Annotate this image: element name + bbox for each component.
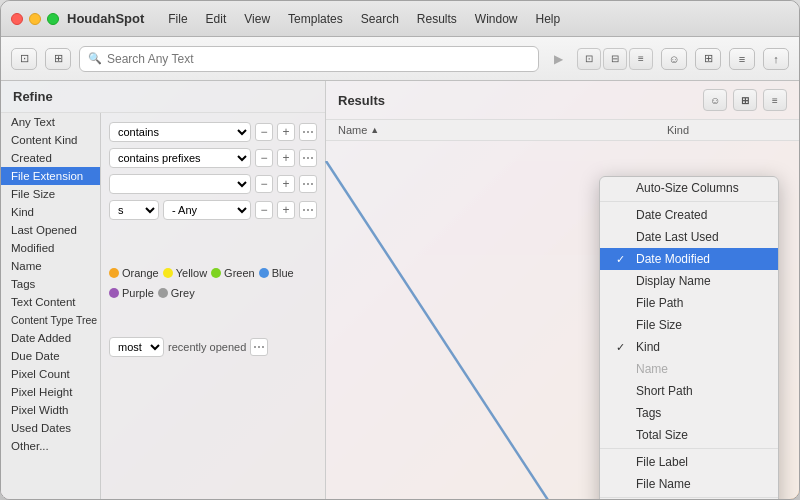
close-button[interactable]: [11, 13, 23, 25]
refine-item-content-type-tree[interactable]: Content Type Tree: [1, 311, 100, 329]
spacer-3: [101, 303, 325, 333]
color-grey[interactable]: Grey: [158, 287, 195, 299]
refine-item-file-extension[interactable]: File Extension: [1, 167, 100, 185]
orange-dot: [109, 268, 119, 278]
th-name[interactable]: Name ▲: [338, 124, 667, 136]
filter-more-1[interactable]: ⋯: [299, 123, 317, 141]
refine-item-last-opened[interactable]: Last Opened: [1, 221, 100, 239]
last-select-most[interactable]: most: [109, 337, 164, 357]
refine-item-tags[interactable]: Tags: [1, 275, 100, 293]
ctx-file-size[interactable]: File Size: [600, 314, 778, 336]
filter-select-2[interactable]: contains prefixes: [109, 148, 251, 168]
yellow-label: Yellow: [176, 267, 207, 279]
filter-add-2[interactable]: +: [277, 149, 295, 167]
filter-remove-3[interactable]: −: [255, 175, 273, 193]
filter-more-2[interactable]: ⋯: [299, 149, 317, 167]
color-green[interactable]: Green: [211, 267, 255, 279]
search-input[interactable]: [107, 52, 530, 66]
filter-select-any[interactable]: - Any: [163, 200, 251, 220]
refine-item-modified[interactable]: Modified: [1, 239, 100, 257]
refine-item-pixel-width[interactable]: Pixel Width: [1, 401, 100, 419]
results-emoji-btn[interactable]: ☺: [703, 89, 727, 111]
emoji-button[interactable]: ☺: [661, 48, 687, 70]
results-header: Results ☺ ⊞ ≡: [326, 81, 799, 120]
ctx-kind[interactable]: ✓ Kind: [600, 336, 778, 358]
refine-item-name[interactable]: Name: [1, 257, 100, 275]
ctx-date-last-used[interactable]: Date Last Used: [600, 226, 778, 248]
refine-item-text-content[interactable]: Text Content: [1, 293, 100, 311]
purple-label: Purple: [122, 287, 154, 299]
ctx-file-name[interactable]: File Name: [600, 473, 778, 495]
refine-item-kind[interactable]: Kind: [1, 203, 100, 221]
refine-item-pixel-count[interactable]: Pixel Count: [1, 365, 100, 383]
spacer-1: [101, 223, 325, 243]
ctx-total-size[interactable]: Total Size: [600, 424, 778, 446]
lines-button[interactable]: ≡: [729, 48, 755, 70]
grid-button[interactable]: ⊞: [695, 48, 721, 70]
view-split-button[interactable]: ⊟: [603, 48, 627, 70]
th-kind[interactable]: Kind: [667, 124, 787, 136]
refine-item-created[interactable]: Created: [1, 149, 100, 167]
recently-opened-label: recently opened: [168, 341, 246, 353]
th-name-label: Name: [338, 124, 367, 136]
ctx-display-name[interactable]: Display Name: [600, 270, 778, 292]
ctx-date-created[interactable]: Date Created: [600, 204, 778, 226]
refine-item-content-kind[interactable]: Content Kind: [1, 131, 100, 149]
ctx-name[interactable]: Name: [600, 358, 778, 380]
play-icon: ▶: [554, 52, 563, 66]
sidebar-toggle-button[interactable]: ⊡: [11, 48, 37, 70]
results-list-btn[interactable]: ≡: [763, 89, 787, 111]
color-row: Orange Yellow Green Blue: [101, 263, 325, 283]
last-select-btn[interactable]: ⋯: [250, 338, 268, 356]
menu-templates[interactable]: Templates: [280, 10, 351, 28]
filter-remove-2[interactable]: −: [255, 149, 273, 167]
filter-select-3[interactable]: [109, 174, 251, 194]
refine-item-file-size[interactable]: File Size: [1, 185, 100, 203]
menu-help[interactable]: Help: [528, 10, 569, 28]
filter-select-1[interactable]: contains: [109, 122, 251, 142]
ctx-label-display-name: Display Name: [636, 274, 762, 288]
view-list-button[interactable]: ≡: [629, 48, 653, 70]
filter-select-4[interactable]: s: [109, 200, 159, 220]
filter-add-4[interactable]: +: [277, 201, 295, 219]
menu-view[interactable]: View: [236, 10, 278, 28]
share-button[interactable]: ↑: [763, 48, 789, 70]
play-button[interactable]: ▶: [547, 48, 569, 70]
ctx-file-label[interactable]: File Label: [600, 451, 778, 473]
refine-item-other[interactable]: Other...: [1, 437, 100, 455]
refine-item-date-added[interactable]: Date Added: [1, 329, 100, 347]
ctx-tags[interactable]: Tags: [600, 402, 778, 424]
ctx-date-modified[interactable]: ✓ Date Modified: [600, 248, 778, 270]
color-orange[interactable]: Orange: [109, 267, 159, 279]
main-window: HoudahSpot File Edit View Templates Sear…: [0, 0, 800, 500]
filter-remove-4[interactable]: −: [255, 201, 273, 219]
ctx-label-date-modified: Date Modified: [636, 252, 762, 266]
color-yellow[interactable]: Yellow: [163, 267, 207, 279]
menu-search[interactable]: Search: [353, 10, 407, 28]
ctx-short-path[interactable]: Short Path: [600, 380, 778, 402]
refine-item-pixel-height[interactable]: Pixel Height: [1, 383, 100, 401]
filter-remove-1[interactable]: −: [255, 123, 273, 141]
ctx-file-path[interactable]: File Path: [600, 292, 778, 314]
color-blue[interactable]: Blue: [259, 267, 294, 279]
traffic-lights: [11, 13, 59, 25]
ctx-auto-size-columns[interactable]: Auto-Size Columns: [600, 177, 778, 199]
menu-results[interactable]: Results: [409, 10, 465, 28]
menu-window[interactable]: Window: [467, 10, 526, 28]
minimize-button[interactable]: [29, 13, 41, 25]
new-tab-button[interactable]: ⊞: [45, 48, 71, 70]
menu-file[interactable]: File: [160, 10, 195, 28]
filter-add-1[interactable]: +: [277, 123, 295, 141]
results-grid-btn[interactable]: ⊞: [733, 89, 757, 111]
filter-add-3[interactable]: +: [277, 175, 295, 193]
refine-item-used-dates[interactable]: Used Dates: [1, 419, 100, 437]
refine-item-any-text[interactable]: Any Text: [1, 113, 100, 131]
ctx-label-date-last-used: Date Last Used: [636, 230, 762, 244]
maximize-button[interactable]: [47, 13, 59, 25]
color-purple[interactable]: Purple: [109, 287, 154, 299]
refine-item-due-date[interactable]: Due Date: [1, 347, 100, 365]
filter-more-4[interactable]: ⋯: [299, 201, 317, 219]
menu-edit[interactable]: Edit: [198, 10, 235, 28]
filter-more-3[interactable]: ⋯: [299, 175, 317, 193]
view-single-button[interactable]: ⊡: [577, 48, 601, 70]
